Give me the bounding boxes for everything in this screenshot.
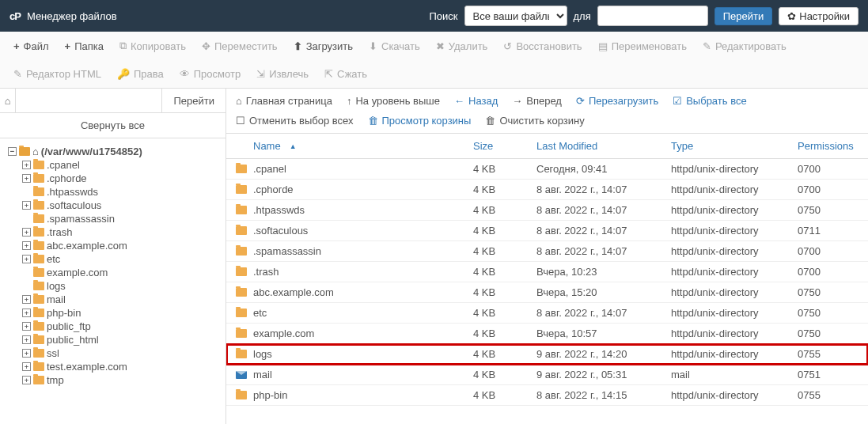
folder-icon bbox=[236, 391, 247, 399]
move-button[interactable]: ✥Переместить bbox=[195, 36, 285, 55]
tree-item-label: test.example.com bbox=[47, 361, 127, 373]
expander-icon[interactable]: + bbox=[22, 349, 31, 358]
tree-item[interactable]: +.softaculous bbox=[22, 199, 222, 212]
nav-forward[interactable]: →Вперед bbox=[512, 95, 562, 107]
tree-item[interactable]: +mail bbox=[22, 293, 222, 306]
delete-button[interactable]: ✖Удалить bbox=[429, 36, 495, 55]
upload-button[interactable]: ⬆Загрузить bbox=[286, 36, 360, 55]
expander-icon[interactable]: + bbox=[22, 335, 31, 344]
new-file-button[interactable]: +Файл bbox=[6, 36, 56, 55]
copy-button[interactable]: ⧉Копировать bbox=[112, 36, 193, 55]
tree-item[interactable]: +php-bin bbox=[22, 306, 222, 320]
expander-icon[interactable]: + bbox=[22, 309, 31, 317]
compress-button[interactable]: ⇱Сжать bbox=[317, 65, 374, 83]
view-button[interactable]: 👁Просмотр bbox=[172, 65, 248, 83]
file-modified: 8 авг. 2022 г., 14:07 bbox=[536, 245, 671, 257]
cpanel-icon: cP bbox=[9, 10, 21, 22]
expander-icon[interactable]: + bbox=[22, 295, 31, 304]
col-modified-header[interactable]: Last Modified bbox=[536, 140, 671, 152]
select-all[interactable]: ☑Выбрать все bbox=[673, 95, 746, 107]
expander-icon[interactable]: + bbox=[22, 201, 31, 210]
path-go-button[interactable]: Перейти bbox=[161, 89, 226, 112]
expander-icon[interactable]: + bbox=[22, 241, 31, 250]
edit-button[interactable]: ✎Редактировать bbox=[696, 36, 794, 55]
file-modified: Сегодня, 09:41 bbox=[536, 163, 671, 175]
nav-reload[interactable]: ⟳Перезагрузить bbox=[576, 95, 658, 107]
tree-item[interactable]: +public_ftp bbox=[22, 320, 222, 333]
expander-icon[interactable]: + bbox=[22, 376, 31, 384]
empty-trash[interactable]: 🗑Очистить корзину bbox=[485, 115, 584, 127]
file-size: 4 KB bbox=[473, 266, 536, 278]
file-row[interactable]: abc.example.com 4 KB Вчера, 15:20 httpd/… bbox=[226, 282, 868, 303]
view-trash[interactable]: 🗑Просмотр корзины bbox=[368, 115, 472, 127]
file-size: 4 KB bbox=[473, 348, 536, 360]
expander-icon[interactable]: + bbox=[22, 161, 31, 169]
tree-item[interactable]: +ssl bbox=[22, 346, 222, 360]
tree-item[interactable]: +.cphorde bbox=[22, 172, 222, 185]
expander-icon[interactable]: + bbox=[22, 322, 31, 331]
search-scope-select[interactable]: Все ваши файлы bbox=[464, 6, 567, 26]
col-perms-header[interactable]: Permissions bbox=[798, 140, 859, 152]
file-size: 4 KB bbox=[473, 389, 536, 401]
file-row[interactable]: .spamassassin 4 KB 8 авг. 2022 г., 14:07… bbox=[226, 241, 868, 262]
expander-icon[interactable]: − bbox=[8, 147, 17, 156]
nav-back[interactable]: ←Назад bbox=[454, 95, 498, 107]
download-button[interactable]: ⬇Скачать bbox=[362, 36, 427, 55]
tree-item[interactable]: +.trash bbox=[22, 225, 222, 239]
file-row[interactable]: logs 4 KB 9 авг. 2022 г., 14:20 httpd/un… bbox=[226, 344, 868, 365]
file-row[interactable]: .trash 4 KB Вчера, 10:23 httpd/unix-dire… bbox=[226, 262, 868, 282]
expander-icon[interactable]: + bbox=[22, 362, 31, 371]
tree-item[interactable]: .htpasswds bbox=[22, 185, 222, 199]
col-type-header[interactable]: Type bbox=[671, 140, 798, 152]
nav-up[interactable]: ↑На уровень выше bbox=[347, 95, 440, 107]
tree-item[interactable]: +public_html bbox=[22, 333, 222, 346]
search-go-button[interactable]: Перейти bbox=[714, 7, 773, 25]
tree-item[interactable]: +etc bbox=[22, 252, 222, 266]
file-row[interactable]: php-bin 4 KB 8 авг. 2022 г., 14:15 httpd… bbox=[226, 385, 868, 406]
expander-icon[interactable]: + bbox=[22, 255, 31, 263]
folder-icon bbox=[33, 161, 44, 169]
folder-icon bbox=[33, 335, 44, 344]
expander-icon[interactable]: + bbox=[22, 174, 31, 183]
file-row[interactable]: .cphorde 4 KB 8 авг. 2022 г., 14:07 http… bbox=[226, 180, 868, 200]
file-row[interactable]: mail 4 KB 9 авг. 2022 г., 05:31 mail 075… bbox=[226, 365, 868, 385]
folder-icon bbox=[33, 268, 44, 277]
home-button[interactable]: ⌂ bbox=[0, 89, 16, 112]
tree-item[interactable]: logs bbox=[22, 279, 222, 293]
file-row[interactable]: example.com 4 KB Вчера, 10:57 httpd/unix… bbox=[226, 324, 868, 344]
file-row[interactable]: .softaculous 4 KB 8 авг. 2022 г., 14:07 … bbox=[226, 221, 868, 241]
html-editor-button[interactable]: ✎Редактор HTML bbox=[6, 65, 108, 83]
col-size-header[interactable]: Size bbox=[473, 140, 536, 152]
search-input[interactable] bbox=[597, 6, 708, 26]
deselect-all[interactable]: ☐Отменить выбор всех bbox=[236, 115, 354, 127]
file-name: .trash bbox=[253, 266, 279, 278]
folder-icon bbox=[33, 255, 44, 263]
extract-button[interactable]: ⇲Извлечь bbox=[249, 65, 316, 83]
permissions-button[interactable]: 🔑Права bbox=[110, 65, 171, 83]
file-row[interactable]: .htpasswds 4 KB 8 авг. 2022 г., 14:07 ht… bbox=[226, 200, 868, 221]
file-row[interactable]: etc 4 KB 8 авг. 2022 г., 14:07 httpd/uni… bbox=[226, 303, 868, 324]
tree-item-label: .cphorde bbox=[47, 172, 87, 184]
tree-item[interactable]: +.cpanel bbox=[22, 158, 222, 172]
path-input[interactable] bbox=[16, 89, 161, 112]
col-name-header[interactable]: Name▲ bbox=[236, 140, 473, 152]
new-folder-button[interactable]: +Папка bbox=[58, 36, 111, 55]
restore-button[interactable]: ↺Восстановить bbox=[496, 36, 589, 55]
main: ⌂ Перейти Свернуть все − ⌂ (/var/www/u17… bbox=[0, 89, 868, 424]
forward-icon: → bbox=[512, 95, 522, 107]
tree-root[interactable]: − ⌂ (/var/www/u1754852) bbox=[8, 145, 222, 158]
collapse-all-button[interactable]: Свернуть все bbox=[0, 113, 226, 138]
settings-button[interactable]: ✿ Настройки bbox=[779, 7, 859, 25]
tree-item[interactable]: +tmp bbox=[22, 373, 222, 387]
nav-home[interactable]: ⌂Главная страница bbox=[236, 95, 332, 107]
tree-item[interactable]: +test.example.com bbox=[22, 360, 222, 373]
tree-item[interactable]: .spamassassin bbox=[22, 212, 222, 225]
tree-item-label: public_ftp bbox=[47, 320, 91, 332]
rename-button[interactable]: ▤Переименовать bbox=[591, 36, 694, 55]
right-panel: ⌂Главная страница ↑На уровень выше ←Наза… bbox=[226, 89, 868, 424]
file-row[interactable]: .cpanel 4 KB Сегодня, 09:41 httpd/unix-d… bbox=[226, 159, 868, 180]
file-type: httpd/unix-directory bbox=[671, 266, 798, 278]
tree-item[interactable]: example.com bbox=[22, 266, 222, 279]
tree-item[interactable]: +abc.example.com bbox=[22, 239, 222, 252]
expander-icon[interactable]: + bbox=[22, 228, 31, 237]
